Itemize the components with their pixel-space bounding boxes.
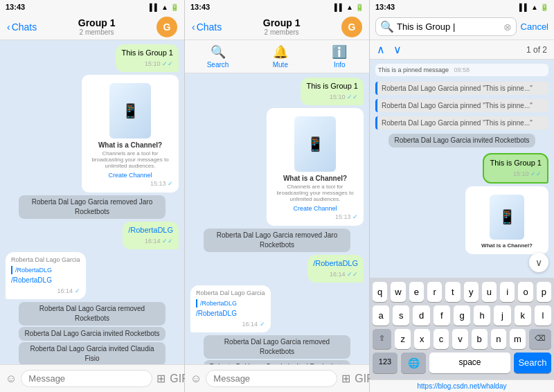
emoji-icon-1[interactable]: ☺	[6, 373, 17, 385]
p3-media-card: 📱 What is a Channel?	[465, 186, 548, 254]
key-a[interactable]: a	[373, 305, 389, 326]
key-t[interactable]: t	[445, 282, 460, 302]
member-count-2: 2 members	[263, 28, 301, 36]
emoji-icon-2[interactable]: ☺	[190, 373, 202, 385]
key-m[interactable]: m	[510, 329, 526, 349]
nav-title-1: Group 1 2 members	[78, 17, 116, 36]
p2-sys-1: Roberta Dal Lago Garcia removed Jaro Roc…	[204, 229, 351, 252]
panel-3: 13:43 ▌▌ ▲ 🔋 🔍 ⊗ Cancel ∧ ∨ 1 of 2 This …	[370, 0, 554, 392]
search-input[interactable]	[397, 21, 501, 32]
pinned-1: Roberta Dal Lago Garcia pinned "This is …	[375, 82, 548, 95]
p2-media-card: 📱 What is a Channel? Channels are a tool…	[267, 108, 364, 226]
p2-reply-1: Roberta Dal Lago Garcia /RobertaDLG /Rob…	[190, 285, 271, 332]
search-toolbar-label: Search	[207, 61, 229, 69]
member-count-1: 2 members	[78, 28, 116, 36]
key-c[interactable]: c	[434, 329, 449, 349]
mute-toolbar-label: Mute	[273, 61, 288, 69]
key-delete[interactable]: ⌫	[529, 329, 551, 349]
key-search[interactable]: Search	[514, 353, 551, 373]
key-space[interactable]: space	[429, 353, 510, 373]
url-text: https://blog.csdn.net/whalday	[418, 382, 507, 390]
key-s[interactable]: s	[393, 305, 409, 326]
key-z[interactable]: z	[395, 329, 411, 349]
key-x[interactable]: x	[414, 329, 430, 349]
prev-result-button[interactable]: ∧	[377, 43, 385, 56]
search-clear-icon[interactable]: ⊗	[503, 21, 512, 33]
key-n[interactable]: n	[491, 329, 507, 349]
status-bar-2: 13:43 ▌▌ ▲ 🔋	[185, 0, 369, 14]
group-avatar-1[interactable]: G	[157, 17, 177, 37]
search-magnifier-icon: 🔍	[380, 20, 394, 33]
time-3: 13:43	[375, 3, 395, 11]
key-q[interactable]: q	[373, 282, 387, 302]
key-y[interactable]: y	[464, 282, 479, 302]
pinned-3: Roberta Dal Lago Garcia pinned "This is …	[375, 116, 548, 130]
keyboard[interactable]: q w e r t y u i o p a s d f g h j k l ⇧ …	[370, 278, 554, 380]
back-button-1[interactable]: ‹ Chats	[7, 21, 37, 33]
msg-mention-1: /RobertaDLG 16:14 ✓✓	[123, 222, 179, 249]
time-1: 13:43	[6, 3, 25, 11]
key-p[interactable]: p	[537, 282, 551, 302]
info-toolbar-label: Info	[334, 61, 346, 69]
mute-toolbar-btn[interactable]: 🔔 Mute	[273, 44, 288, 69]
chat-area-3: This is a pinned message 09:58 Roberta D…	[370, 60, 554, 278]
keyboard-row-4: 123 🌐 space Search	[373, 353, 551, 373]
back-button-2[interactable]: ‹ Chats	[192, 21, 222, 33]
status-icons-2: ▌▌ ▲ 🔋	[334, 3, 364, 11]
key-u[interactable]: u	[482, 282, 497, 302]
next-result-button[interactable]: ∨	[393, 43, 402, 56]
key-num[interactable]: 123	[373, 353, 397, 373]
pinned-2: Roberta Dal Lago Garcia pinned "This is …	[375, 99, 548, 112]
search-nav-bar: 🔍 ⊗ Cancel	[370, 14, 554, 40]
key-g[interactable]: g	[454, 305, 470, 326]
key-d[interactable]: d	[413, 305, 429, 326]
sys-msg-b: Roberta Dal Lago Garcia invited Rocketbo…	[19, 327, 165, 341]
info-toolbar-btn[interactable]: ℹ️ Info	[332, 44, 347, 69]
key-e[interactable]: e	[409, 282, 424, 302]
key-w[interactable]: w	[391, 282, 405, 302]
search-box[interactable]: 🔍 ⊗	[375, 17, 517, 36]
key-globe[interactable]: 🌐	[401, 353, 426, 373]
keyboard-row-3: ⇧ z x c v b n m ⌫	[373, 329, 551, 349]
panel-2: 13:43 ▌▌ ▲ 🔋 ‹ Chats Group 1 2 members G…	[185, 0, 370, 392]
mute-toolbar-icon: 🔔	[273, 44, 288, 60]
key-h[interactable]: h	[474, 305, 490, 326]
msg-text: This is Group 1	[121, 48, 173, 58]
input-bar-1[interactable]: ☺ ⊞ GIF 🎤 📎	[0, 364, 184, 392]
attach-icon-1[interactable]: ⊞	[157, 372, 166, 385]
key-j[interactable]: j	[494, 305, 510, 326]
group-name-1: Group 1	[78, 17, 116, 28]
key-r[interactable]: r	[427, 282, 442, 302]
result-count: 1 of 2	[526, 45, 547, 55]
media-card-1: 📱 What is a Channel? Channels are a tool…	[82, 75, 179, 193]
input-bar-2[interactable]: ☺ ⊞ GIF 🎤	[185, 364, 369, 392]
panel-1: 13:43 ▌▌ ▲ 🔋 ‹ Chats Group 1 2 members G…	[0, 0, 185, 392]
group-avatar-2[interactable]: G	[341, 17, 362, 37]
sys-msg-c: Roberta Dal Lago Garcia invited Claudia …	[19, 342, 166, 364]
group-name-2: Group 1	[263, 17, 301, 28]
p2-sent-1: This is Group 1 15:10 ✓✓	[301, 78, 364, 105]
key-b[interactable]: b	[472, 329, 488, 349]
status-icons-3: ▌▌ ▲ 🔋	[519, 3, 548, 11]
search-toolbar-icon: 🔍	[211, 44, 226, 60]
key-shift[interactable]: ⇧	[373, 329, 391, 349]
message-input-1[interactable]	[21, 370, 152, 387]
key-o[interactable]: o	[518, 282, 533, 302]
key-f[interactable]: f	[434, 305, 450, 326]
key-k[interactable]: k	[515, 305, 531, 326]
sys-msg-a: Roberta Dal Lago Garcia removed Rocketbo…	[19, 302, 166, 326]
key-v[interactable]: v	[452, 329, 468, 349]
search-toolbar-btn[interactable]: 🔍 Search	[207, 44, 229, 69]
cancel-button[interactable]: Cancel	[521, 21, 548, 32]
key-l[interactable]: l	[535, 305, 551, 326]
system-msgs-group: Roberta Dal Lago Garcia removed Rocketbo…	[6, 302, 179, 364]
nav-bar-2: ‹ Chats Group 1 2 members G	[185, 14, 369, 40]
nav-arrows[interactable]: ∧ ∨	[377, 43, 402, 56]
message-input-2[interactable]	[206, 370, 337, 387]
key-i[interactable]: i	[500, 282, 515, 302]
scroll-down-button[interactable]: ∨	[529, 253, 548, 272]
nav-bar-1: ‹ Chats Group 1 2 members G	[0, 14, 184, 40]
attach-icon-2[interactable]: ⊞	[341, 372, 350, 385]
p3-invite: Roberta Dal Lago Garcia invited Rocketbo…	[388, 134, 535, 148]
info-toolbar-icon: ℹ️	[332, 44, 347, 60]
